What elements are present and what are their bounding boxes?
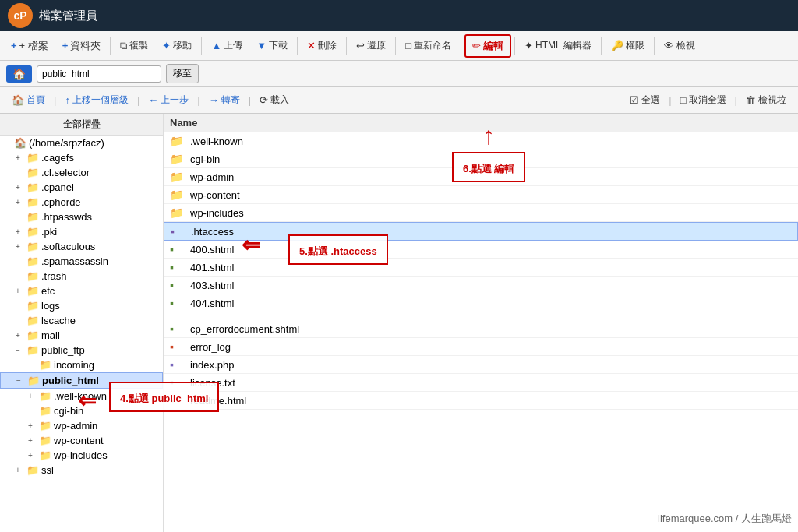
divider4 (346, 37, 347, 55)
log-file-icon: ▪ (170, 340, 185, 353)
tree-logs[interactable]: 📁 logs (0, 298, 163, 313)
divider1 (110, 37, 111, 55)
shtml-file-icon: ▪ (170, 297, 185, 309)
file-row-403[interactable]: ▪ 403.shtml (164, 277, 798, 294)
tree-label: public_html (42, 375, 99, 386)
tree-label: .softaculous (41, 241, 95, 252)
tree-spamassassin[interactable]: 📁 .spamassassin (0, 254, 163, 269)
folder-icon: 📁 (26, 464, 39, 476)
tree-cagefs[interactable]: + 📁 .cagefs (0, 150, 163, 165)
tree-trash[interactable]: 📁 .trash (0, 269, 163, 284)
tree-label: .pki (41, 226, 57, 238)
file-row-cgibin[interactable]: 📁 cgi-bin (164, 150, 798, 168)
sec-divider5: | (669, 94, 671, 106)
edit-btn[interactable]: ✏ 編輯 (464, 34, 511, 58)
tree-clselector[interactable]: 📁 .cl.selector (0, 165, 163, 180)
move-btn[interactable]: ✦ 移動 (156, 36, 198, 55)
tree-cgi-bin-sub[interactable]: 📁 cgi-bin (0, 403, 163, 418)
folder-icon: 📁 (26, 226, 39, 238)
tree-softaculous[interactable]: + 📁 .softaculous (0, 239, 163, 254)
tree-pki[interactable]: + 📁 .pki (0, 224, 163, 239)
tree-label: wp-admin (54, 420, 97, 432)
restore-btn[interactable]: ↩ 還原 (350, 36, 392, 55)
up-level-btn[interactable]: ↑ 上移一個層級 (59, 91, 134, 109)
forward-nav-btn[interactable]: → 轉寄 (203, 91, 245, 109)
deselect-all-btn[interactable]: □ 取消全選 (675, 91, 732, 109)
tree-wp-admin-sub[interactable]: + 📁 wp-admin (0, 418, 163, 433)
tree-ssl[interactable]: + 📁 ssl (0, 463, 163, 477)
file-row-wpadmin[interactable]: 📁 wp-admin (164, 168, 798, 186)
tree-mail[interactable]: + 📁 mail (0, 328, 163, 343)
file-row-404[interactable]: ▪ 404.shtml (164, 294, 798, 312)
home-nav-btn[interactable]: 🏠 首頁 (6, 91, 51, 109)
shtml-file-icon: ▪ (170, 261, 185, 273)
folder-icon: 📁 (39, 449, 51, 461)
tree-incoming[interactable]: 📁 incoming (0, 358, 163, 372)
download-btn[interactable]: ▼ 下載 (250, 36, 294, 55)
view-btn[interactable]: 👁 檢視 (658, 36, 701, 55)
tree-well-known-sub[interactable]: + 📁 .well-known (0, 389, 163, 403)
html-editor-btn[interactable]: ✦ HTML 編輯器 (518, 36, 598, 55)
file-row-wellknown[interactable]: 📁 .well-known (164, 132, 798, 150)
goto-btn[interactable]: 移至 (166, 64, 199, 83)
back-nav-btn[interactable]: ← 上一步 (143, 91, 194, 109)
uncheck-icon: □ (680, 94, 687, 106)
copy-btn[interactable]: ⧉ 複製 (114, 36, 154, 55)
folder-icon: 📁 (26, 315, 39, 326)
tree-cpanel[interactable]: + 📁 .cpanel (0, 180, 163, 195)
file-row-wpcontent[interactable]: 📁 wp-content (164, 186, 798, 204)
tree-etc[interactable]: + 📁 etc (0, 284, 163, 298)
file-row-400[interactable]: ▪ 400.shtml (164, 241, 798, 259)
tree-htpasswds[interactable]: 📁 .htpasswds (0, 210, 163, 224)
file-row-cperror[interactable]: ▪ cp_errordocument.shtml (164, 320, 798, 338)
tree-label: .trash (41, 270, 67, 282)
trash-view-btn[interactable]: 🗑 檢視垃 (740, 91, 792, 109)
folder-icon: 📁 (170, 153, 185, 165)
folder-icon: 📁 (26, 329, 39, 341)
select-all-btn[interactable]: ☑ 全選 (624, 91, 666, 109)
folder-icon: 📁 (170, 206, 185, 219)
tree-label: .well-known (54, 390, 107, 402)
folder-icon: 📁 (39, 390, 51, 402)
tree-root[interactable]: − 🏠 (/home/srpzfacz) (0, 136, 163, 150)
file-row-htaccess[interactable]: ▪ .htaccess (164, 222, 798, 241)
file-name: wp-admin (190, 171, 234, 183)
reload-btn[interactable]: ⟳ 載入 (254, 91, 295, 109)
tree-public-ftp[interactable]: − 📁 public_ftp (0, 343, 163, 358)
tree-label: .htpasswds (41, 211, 92, 223)
file-row-readme[interactable]: ▪ readme.html (164, 392, 798, 410)
tree-wp-includes-sub[interactable]: + 📁 wp-includes (0, 448, 163, 463)
permissions-btn[interactable]: 🔑 權限 (605, 36, 651, 55)
reload-icon: ⟳ (260, 94, 268, 106)
forward-arrow-icon: → (209, 94, 219, 106)
tree-label: cgi-bin (54, 405, 83, 417)
rename-btn[interactable]: □ 重新命名 (399, 36, 457, 55)
key-icon: 🔑 (611, 40, 623, 51)
download-icon: ▼ (256, 40, 267, 51)
file-name: 403.shtml (190, 280, 234, 291)
tree-wp-content-sub[interactable]: + 📁 wp-content (0, 433, 163, 448)
edit-icon: ✏ (472, 40, 481, 51)
folder-icon: 📁 (26, 152, 39, 164)
tree-cphorde[interactable]: + 📁 .cphorde (0, 195, 163, 210)
sec-divider2: | (137, 94, 139, 106)
folder-icon: 📁 (170, 171, 185, 183)
tree-lscache[interactable]: 📁 lscache (0, 313, 163, 328)
collapse-all-btn[interactable]: 全部摺疊 (0, 114, 163, 136)
header-bar: cP 檔案管理員 (0, 0, 798, 31)
file-row-wpincludes[interactable]: 📁 wp-includes (164, 204, 798, 222)
file-row-errorlog[interactable]: ▪ error_log (164, 338, 798, 356)
folder-icon: 📁 (26, 255, 39, 267)
tree-public-html[interactable]: − 📁 public_html (0, 372, 163, 389)
back-arrow-icon: ← (148, 94, 158, 106)
path-input[interactable] (37, 65, 161, 83)
upload-btn[interactable]: ▲ 上傳 (205, 36, 249, 55)
file-row-401[interactable]: ▪ 401.shtml (164, 259, 798, 277)
new-file-btn[interactable]: + + 檔案 (5, 36, 55, 56)
file-row-indexphp[interactable]: ▪ index.php (164, 356, 798, 374)
file-name: cgi-bin (190, 153, 220, 165)
new-folder-btn[interactable]: + 資料夾 (56, 36, 108, 56)
delete-btn[interactable]: ✕ 刪除 (301, 36, 343, 55)
home-path-btn[interactable]: 🏠 (6, 65, 32, 83)
file-row-license[interactable]: ▪ license.txt (164, 374, 798, 392)
